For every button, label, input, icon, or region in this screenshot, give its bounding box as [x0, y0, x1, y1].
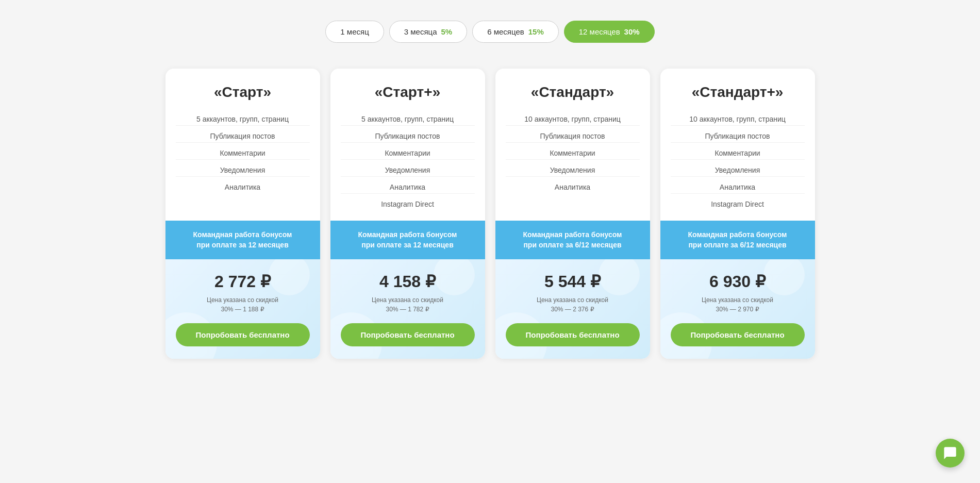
period-label-6m: 6 месяцев [487, 27, 524, 36]
plan-start: «Старт» 5 аккаунтов, групп, страниц Публ… [165, 69, 320, 359]
plans-container: «Старт» 5 аккаунтов, групп, страниц Публ… [104, 69, 877, 359]
plan-start-team-bonus: Командная работа бонусомпри оплате за 12… [165, 221, 320, 259]
period-btn-6m[interactable]: 6 месяцев 15% [472, 21, 559, 43]
list-item: 10 аккаунтов, групп, страниц [671, 113, 805, 126]
plan-standard-plus-name: «Стандарт+» [671, 84, 805, 101]
period-label-1m: 1 месяц [340, 27, 369, 36]
list-item: Комментарии [671, 147, 805, 160]
list-item: Комментарии [176, 147, 310, 160]
plan-start-price: 2 772 ₽ [176, 272, 310, 291]
list-item: 10 аккаунтов, групп, страниц [506, 113, 640, 126]
list-item: Аналитика [506, 181, 640, 193]
plan-standard-plus-pricing: 6 930 ₽ Цена указана со скидкой30% — 2 9… [660, 259, 815, 359]
plan-standard-features: 10 аккаунтов, групп, страниц Публикация … [506, 113, 640, 193]
plan-standard-plus-team-bonus: Командная работа бонусомпри оплате за 6/… [660, 221, 815, 259]
chat-icon [943, 446, 957, 460]
plan-start-plus-name: «Старт+» [341, 84, 475, 101]
period-badge-12m: 30% [624, 27, 640, 36]
period-badge-6m: 15% [528, 27, 544, 36]
plan-standard-plus: «Стандарт+» 10 аккаунтов, групп, страниц… [660, 69, 815, 359]
period-btn-12m[interactable]: 12 месяцев 30% [564, 21, 655, 43]
list-item: Уведомления [341, 164, 475, 177]
plan-start-plus-team-bonus: Командная работа бонусомпри оплате за 12… [330, 221, 485, 259]
list-item: Публикация постов [671, 130, 805, 143]
plan-standard-plus-features: 10 аккаунтов, групп, страниц Публикация … [671, 113, 805, 210]
list-item: Аналитика [341, 181, 475, 194]
plan-standard-top: «Стандарт» 10 аккаунтов, групп, страниц … [495, 69, 650, 221]
period-btn-3m[interactable]: 3 месяца 5% [389, 21, 467, 43]
list-item: Комментарии [341, 147, 475, 160]
list-item: Комментарии [506, 147, 640, 160]
period-label-12m: 12 месяцев [579, 27, 620, 36]
plan-start-plus-try-btn[interactable]: Попробовать бесплатно [341, 323, 475, 346]
plan-start-try-btn[interactable]: Попробовать бесплатно [176, 323, 310, 346]
plan-start-plus-price: 4 158 ₽ [341, 272, 475, 291]
list-item: 5 аккаунтов, групп, страниц [176, 113, 310, 126]
plan-start-plus-top: «Старт+» 5 аккаунтов, групп, страниц Пуб… [330, 69, 485, 221]
period-label-3m: 3 месяца [404, 27, 437, 36]
chat-button[interactable] [936, 439, 965, 468]
list-item: Публикация постов [506, 130, 640, 143]
plan-standard-price-note: Цена указана со скидкой30% — 2 376 ₽ [506, 295, 640, 314]
plan-standard-team-bonus: Командная работа бонусомпри оплате за 6/… [495, 221, 650, 259]
plan-standard-try-btn[interactable]: Попробовать бесплатно [506, 323, 640, 346]
plan-standard-name: «Стандарт» [506, 84, 640, 101]
plan-standard: «Стандарт» 10 аккаунтов, групп, страниц … [495, 69, 650, 359]
plan-start-name: «Старт» [176, 84, 310, 101]
list-item: Уведомления [506, 164, 640, 177]
plan-standard-pricing: 5 544 ₽ Цена указана со скидкой30% — 2 3… [495, 259, 650, 359]
plan-start-price-note: Цена указана со скидкой30% — 1 188 ₽ [176, 295, 310, 314]
plan-standard-plus-price: 6 930 ₽ [671, 272, 805, 291]
period-badge-3m: 5% [441, 27, 452, 36]
plan-start-top: «Старт» 5 аккаунтов, групп, страниц Публ… [165, 69, 320, 221]
plan-start-plus: «Старт+» 5 аккаунтов, групп, страниц Пуб… [330, 69, 485, 359]
list-item: Публикация постов [341, 130, 475, 143]
plan-standard-plus-top: «Стандарт+» 10 аккаунтов, групп, страниц… [660, 69, 815, 221]
plan-start-plus-pricing: 4 158 ₽ Цена указана со скидкой30% — 1 7… [330, 259, 485, 359]
plan-standard-plus-price-note: Цена указана со скидкой30% — 2 970 ₽ [671, 295, 805, 314]
period-btn-1m[interactable]: 1 месяц [325, 21, 384, 43]
list-item: Публикация постов [176, 130, 310, 143]
plan-start-features: 5 аккаунтов, групп, страниц Публикация п… [176, 113, 310, 193]
list-item: Аналитика [671, 181, 805, 194]
list-item: Аналитика [176, 181, 310, 193]
list-item: Instagram Direct [671, 198, 805, 210]
plan-standard-plus-try-btn[interactable]: Попробовать бесплатно [671, 323, 805, 346]
list-item: 5 аккаунтов, групп, страниц [341, 113, 475, 126]
list-item: Уведомления [176, 164, 310, 177]
list-item: Instagram Direct [341, 198, 475, 210]
plan-start-pricing: 2 772 ₽ Цена указана со скидкой30% — 1 1… [165, 259, 320, 359]
period-selector: 1 месяц 3 месяца 5% 6 месяцев 15% 12 мес… [10, 21, 970, 43]
plan-start-plus-price-note: Цена указана со скидкой30% — 1 782 ₽ [341, 295, 475, 314]
plan-start-plus-features: 5 аккаунтов, групп, страниц Публикация п… [341, 113, 475, 210]
plan-standard-price: 5 544 ₽ [506, 272, 640, 291]
list-item: Уведомления [671, 164, 805, 177]
